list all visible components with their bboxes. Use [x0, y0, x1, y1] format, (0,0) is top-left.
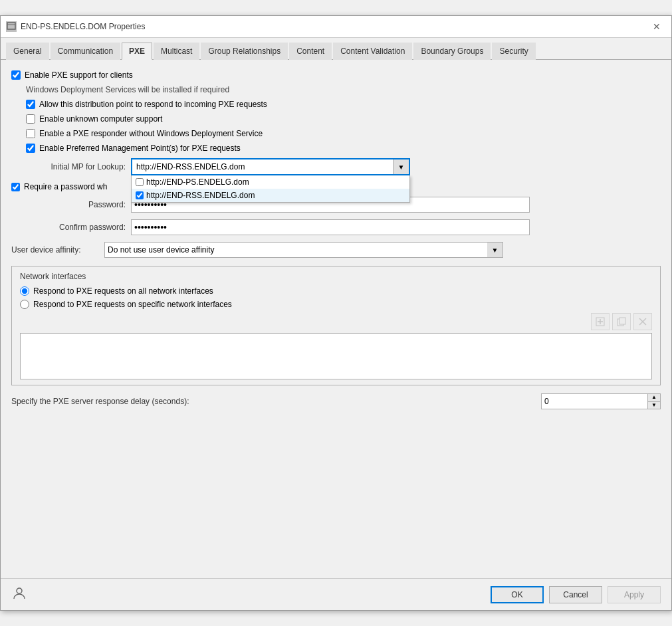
radio-specific-interfaces-label: Respond to PXE requests on specific netw…	[33, 300, 232, 309]
user-icon	[11, 585, 27, 603]
copy-icon	[617, 317, 626, 326]
allow-incoming-row: Allow this distribution point to respond…	[26, 100, 661, 109]
initial-mp-option-1-checkbox[interactable]	[136, 191, 144, 199]
bottom-buttons: OK Cancel Apply	[491, 586, 661, 603]
cancel-button[interactable]: Cancel	[549, 586, 602, 603]
tab-group-relationships[interactable]: Group Relationships	[201, 43, 288, 60]
delay-label: Specify the PXE server response delay (s…	[11, 397, 541, 406]
svg-rect-6	[619, 318, 625, 324]
remove-icon	[638, 317, 647, 326]
user-device-affinity-select[interactable]: Do not use user device affinity Allow us…	[104, 242, 503, 258]
tab-content-validation[interactable]: Content Validation	[333, 43, 412, 60]
tab-security[interactable]: Security	[492, 43, 535, 60]
bottom-bar: OK Cancel Apply	[1, 578, 671, 610]
add-network-button[interactable]	[591, 313, 610, 330]
svg-rect-0	[7, 23, 15, 29]
radio-specific-interfaces: Respond to PXE requests on specific netw…	[20, 300, 652, 309]
enable-responder-row: Enable a PXE responder without Windows D…	[26, 129, 661, 138]
enable-unknown-label: Enable unknown computer support	[39, 114, 162, 124]
allow-incoming-checkbox[interactable]	[26, 100, 35, 109]
wds-note: Windows Deployment Services will be inst…	[26, 85, 661, 94]
enable-preferred-checkbox[interactable]	[26, 144, 35, 153]
delay-row: Specify the PXE server response delay (s…	[11, 393, 661, 409]
window-title: END-PS.ENDELG.DOM Properties	[21, 22, 145, 31]
user-device-affinity-row: User device affinity: Do not use user de…	[11, 242, 661, 258]
add-icon	[596, 317, 605, 326]
user-device-affinity-wrap: Do not use user device affinity Allow us…	[104, 242, 503, 258]
delay-input[interactable]: 0	[541, 393, 647, 409]
svg-point-9	[17, 588, 22, 593]
initial-mp-option-0-checkbox[interactable]	[136, 178, 144, 186]
apply-button[interactable]: Apply	[608, 586, 661, 603]
title-bar-left: END-PS.ENDELG.DOM Properties	[6, 21, 145, 32]
tab-boundary-groups[interactable]: Boundary Groups	[413, 43, 491, 60]
enable-preferred-row: Enable Preferred Management Point(s) for…	[26, 144, 661, 153]
remove-network-button[interactable]	[633, 313, 652, 330]
main-window: END-PS.ENDELG.DOM Properties ✕ General C…	[0, 15, 672, 611]
pxe-content: Enable PXE support for clients Windows D…	[1, 60, 671, 578]
initial-mp-option-1[interactable]: http://END-RSS.ENDELG.dom	[132, 189, 409, 202]
delay-up-button[interactable]: ▲	[648, 394, 660, 402]
initial-mp-row: Initial MP for Lookup: http://END-RSS.EN…	[11, 158, 661, 175]
enable-preferred-label: Enable Preferred Management Point(s) for…	[39, 144, 241, 153]
user-device-affinity-label: User device affinity:	[11, 245, 104, 255]
enable-unknown-checkbox[interactable]	[26, 114, 35, 124]
tab-communication[interactable]: Communication	[51, 43, 120, 60]
tab-general[interactable]: General	[6, 43, 49, 60]
network-interfaces-list	[20, 333, 652, 379]
enable-responder-label: Enable a PXE responder without Windows D…	[39, 129, 263, 138]
initial-mp-dropdown-wrap: http://END-RSS.ENDELG.dom ▼ http://END-P…	[131, 158, 410, 175]
delay-spinner-buttons: ▲ ▼	[647, 393, 661, 409]
initial-mp-option-0-label: http://END-PS.ENDELG.dom	[146, 177, 249, 187]
initial-mp-label: Initial MP for Lookup:	[11, 162, 131, 171]
enable-pxe-row: Enable PXE support for clients	[11, 70, 661, 80]
radio-all-interfaces-label: Respond to PXE requests on all network i…	[33, 286, 213, 296]
network-toolbar	[20, 313, 652, 330]
initial-mp-option-0[interactable]: http://END-PS.ENDELG.dom	[132, 175, 409, 189]
copy-network-button[interactable]	[612, 313, 631, 330]
radio-all-interfaces-input[interactable]	[20, 286, 29, 296]
initial-mp-selected: http://END-RSS.ENDELG.dom ▼	[131, 158, 410, 175]
confirm-password-row: Confirm password:	[11, 219, 661, 235]
initial-mp-value: http://END-RSS.ENDELG.dom	[132, 161, 393, 173]
network-interfaces-group: Network interfaces Respond to PXE reques…	[11, 266, 661, 385]
close-button[interactable]: ✕	[647, 20, 666, 33]
confirm-password-label: Confirm password:	[11, 223, 131, 232]
tab-content[interactable]: Content	[289, 43, 332, 60]
ok-button[interactable]: OK	[491, 586, 544, 603]
tab-pxe[interactable]: PXE	[122, 43, 152, 60]
allow-incoming-label: Allow this distribution point to respond…	[39, 100, 267, 109]
title-bar: END-PS.ENDELG.DOM Properties ✕	[1, 16, 671, 38]
radio-specific-interfaces-input[interactable]	[20, 300, 29, 309]
initial-mp-dropdown-list: http://END-PS.ENDELG.dom http://END-RSS.…	[131, 175, 410, 203]
confirm-password-input[interactable]	[131, 219, 530, 235]
initial-mp-option-1-label: http://END-RSS.ENDELG.dom	[146, 191, 255, 200]
network-interfaces-legend: Network interfaces	[20, 272, 652, 281]
radio-all-interfaces: Respond to PXE requests on all network i…	[20, 286, 652, 296]
enable-unknown-row: Enable unknown computer support	[26, 114, 661, 124]
enable-pxe-checkbox[interactable]	[11, 70, 21, 80]
password-label: Password:	[11, 200, 131, 209]
require-password-label: Require a password wh	[24, 182, 107, 191]
initial-mp-dropdown-button[interactable]: ▼	[393, 159, 409, 174]
require-password-checkbox[interactable]	[11, 183, 20, 191]
enable-pxe-label: Enable PXE support for clients	[25, 70, 133, 80]
enable-responder-checkbox[interactable]	[26, 129, 35, 138]
tabs-bar: General Communication PXE Multicast Grou…	[1, 38, 671, 60]
window-icon	[6, 21, 17, 32]
delay-down-button[interactable]: ▼	[648, 402, 660, 409]
delay-spinner-wrap: 0 ▲ ▼	[541, 393, 661, 409]
tab-multicast[interactable]: Multicast	[154, 43, 199, 60]
